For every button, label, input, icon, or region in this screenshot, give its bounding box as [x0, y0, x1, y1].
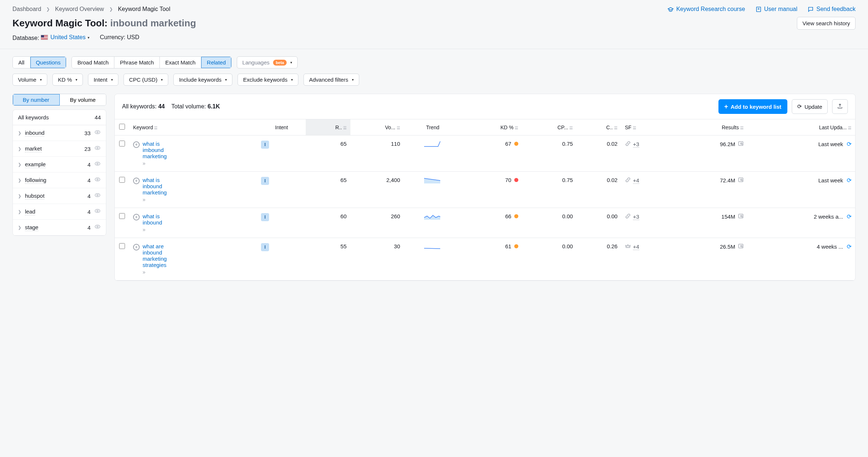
row-checkbox[interactable]: [119, 243, 125, 249]
chevrons-right-icon[interactable]: »: [143, 269, 179, 275]
sidebar-all-keywords[interactable]: All keywords 44: [13, 110, 106, 125]
intent-badge: I: [261, 213, 269, 221]
tab-all[interactable]: All: [13, 57, 30, 68]
tab-phrase[interactable]: Phrase Match: [114, 57, 160, 68]
tab-questions[interactable]: Questions: [30, 57, 66, 68]
cell-updated: 4 weeks ...: [817, 244, 843, 250]
col-updated[interactable]: Last Upda...☰: [747, 119, 855, 135]
row-checkbox[interactable]: [119, 177, 125, 183]
sidebar-item-example[interactable]: ❯example4: [13, 157, 106, 172]
sort-by-volume[interactable]: By volume: [60, 94, 106, 105]
refresh-row-icon[interactable]: ⟳: [847, 243, 852, 250]
keyword-link[interactable]: what is inbound: [143, 213, 179, 226]
chevrons-right-icon[interactable]: »: [143, 160, 179, 166]
sidebar-item-market[interactable]: ❯market23: [13, 141, 106, 157]
sidebar-item-hubspot[interactable]: ❯hubspot4: [13, 188, 106, 204]
link-manual[interactable]: User manual: [755, 6, 798, 12]
cell-trend: [404, 208, 462, 238]
refresh-row-icon[interactable]: ⟳: [847, 177, 852, 184]
col-volume[interactable]: Vo...☰: [350, 119, 404, 135]
keyword-link[interactable]: what are inbound marketing strategies: [143, 243, 179, 268]
languages-select[interactable]: Languages beta ▾: [237, 56, 298, 68]
sort-by-number[interactable]: By number: [13, 94, 60, 105]
cell-trend: [404, 172, 462, 208]
chevrons-right-icon[interactable]: »: [143, 197, 179, 203]
plus-icon: +: [724, 103, 728, 111]
filter-intent[interactable]: Intent▾: [88, 74, 118, 86]
sidebar-item-following[interactable]: ❯following4: [13, 172, 106, 188]
row-checkbox[interactable]: [119, 213, 125, 219]
cell-sf[interactable]: +4: [625, 177, 669, 184]
beta-badge: beta: [273, 60, 287, 66]
tab-exact[interactable]: Exact Match: [160, 57, 202, 68]
sort-icon: ☰: [515, 126, 518, 130]
col-sf[interactable]: SF☰: [621, 119, 673, 135]
export-button[interactable]: [832, 99, 848, 114]
tab-broad[interactable]: Broad Match: [72, 57, 114, 68]
keyword-link[interactable]: what is inbound marketing: [143, 177, 179, 196]
chevron-right-icon: ❯: [109, 7, 113, 12]
filter-kd-[interactable]: KD %▾: [52, 74, 83, 86]
col-r[interactable]: R..☰: [306, 119, 350, 135]
sort-icon: ☰: [740, 126, 744, 130]
eye-icon[interactable]: [94, 145, 101, 153]
eye-icon[interactable]: [94, 208, 101, 216]
chevron-right-icon: ❯: [18, 131, 21, 135]
cell-sf[interactable]: +4: [625, 243, 669, 250]
view-history-button[interactable]: View search history: [797, 17, 856, 30]
tab-related[interactable]: Related: [201, 57, 231, 68]
cell-results: 72.4M: [677, 177, 744, 184]
chevron-right-icon: ❯: [18, 178, 21, 183]
col-results[interactable]: Results☰: [673, 119, 747, 135]
link-course[interactable]: Keyword Research course: [667, 6, 745, 12]
cell-sf[interactable]: +3: [625, 213, 669, 220]
filter-exclude-keywords[interactable]: Exclude keywords▾: [238, 74, 298, 86]
eye-icon[interactable]: [94, 129, 101, 137]
add-keyword-icon[interactable]: +: [133, 214, 140, 220]
row-checkbox[interactable]: [119, 141, 125, 146]
sidebar-item-inbound[interactable]: ❯inbound33: [13, 125, 106, 141]
eye-icon[interactable]: [94, 223, 101, 231]
col-intent[interactable]: Intent: [257, 119, 306, 135]
sidebar-item-stage[interactable]: ❯stage4: [13, 220, 106, 235]
col-cpc[interactable]: CP...☰: [522, 119, 577, 135]
serp-feature-icon: [625, 177, 631, 184]
add-keyword-icon[interactable]: +: [133, 244, 140, 250]
filter-volume[interactable]: Volume▾: [12, 74, 47, 86]
refresh-row-icon[interactable]: ⟳: [847, 141, 852, 148]
add-keyword-icon[interactable]: +: [133, 178, 140, 184]
link-feedback[interactable]: Send feedback: [808, 6, 856, 12]
eye-icon[interactable]: [94, 160, 101, 168]
col-keyword[interactable]: Keyword☰: [129, 119, 257, 135]
sidebar-item-lead[interactable]: ❯lead4: [13, 204, 106, 220]
serp-icon[interactable]: [738, 243, 744, 250]
eye-icon[interactable]: [94, 176, 101, 184]
serp-icon[interactable]: [738, 213, 744, 220]
crumb-dashboard[interactable]: Dashboard: [12, 6, 41, 12]
database-select[interactable]: United States ▾: [41, 34, 89, 41]
keyword-link[interactable]: what is imbound marketing: [143, 141, 179, 159]
filter-cpc-usd-[interactable]: CPC (USD)▾: [124, 74, 169, 86]
serp-icon[interactable]: [738, 177, 744, 184]
select-all-checkbox[interactable]: [119, 124, 125, 130]
serp-feature-icon: [625, 243, 631, 250]
refresh-row-icon[interactable]: ⟳: [847, 213, 852, 220]
add-to-list-button[interactable]: + Add to keyword list: [718, 99, 787, 114]
table-row: +what is inbound marketing» I 65 2,400 7…: [115, 172, 855, 208]
col-c[interactable]: C..☰: [577, 119, 621, 135]
eye-icon[interactable]: [94, 192, 101, 200]
update-button[interactable]: ⟳ Update: [792, 99, 828, 114]
svg-line-23: [742, 181, 742, 181]
filter-advanced-filters[interactable]: Advanced filters▾: [304, 74, 359, 86]
kd-dot-icon: [514, 178, 518, 182]
crumb-overview[interactable]: Keyword Overview: [55, 6, 104, 12]
svg-point-4: [97, 131, 98, 133]
currency-meta: Currency: USD: [100, 34, 139, 41]
serp-icon[interactable]: [738, 141, 744, 148]
chevrons-right-icon[interactable]: »: [143, 227, 179, 233]
filter-include-keywords[interactable]: Include keywords▾: [173, 74, 232, 86]
add-keyword-icon[interactable]: +: [133, 141, 140, 148]
cell-sf[interactable]: +3: [625, 141, 669, 148]
table-row: +what are inbound marketing strategies» …: [115, 238, 855, 280]
col-kd[interactable]: KD %☰: [461, 119, 522, 135]
